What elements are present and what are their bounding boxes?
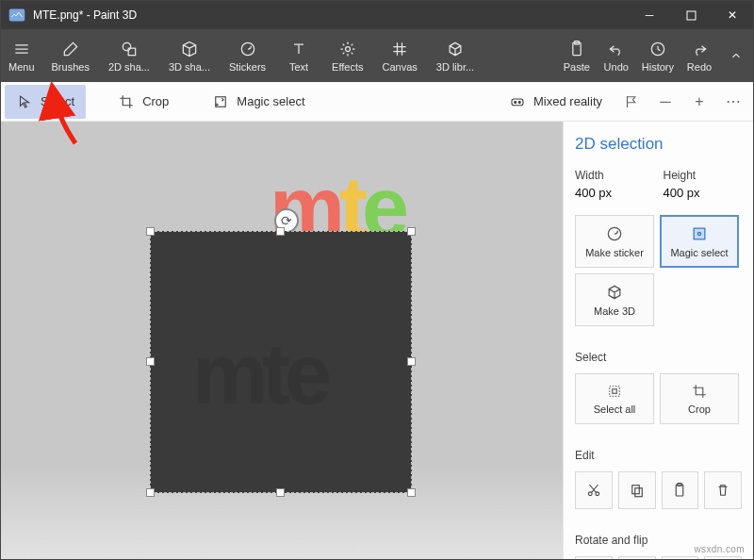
- resize-handle-se[interactable]: [407, 488, 416, 497]
- rotate-right-button[interactable]: [618, 556, 656, 559]
- svg-point-5: [345, 46, 350, 51]
- select-all-button[interactable]: Select all: [575, 373, 654, 424]
- trash-icon: [714, 482, 731, 499]
- crop-icon: [118, 93, 135, 110]
- select-section-label: Select: [575, 351, 742, 364]
- chevron-up-icon: [729, 49, 743, 62]
- cut-button[interactable]: [575, 471, 613, 509]
- more-options-button[interactable]: ⋯: [717, 85, 749, 119]
- undo-button[interactable]: Undo: [597, 29, 636, 82]
- svg-rect-20: [631, 486, 639, 494]
- history-label: History: [642, 61, 674, 73]
- undo-label: Undo: [604, 61, 629, 73]
- sticker-icon: [605, 224, 624, 243]
- collapse-ribbon-button[interactable]: [719, 29, 753, 82]
- mixed-reality-label: Mixed reality: [533, 94, 602, 108]
- magic-select-tool-button[interactable]: Magic select: [201, 85, 316, 119]
- svg-rect-10: [512, 99, 523, 106]
- make-3d-button[interactable]: Make 3D: [575, 273, 654, 326]
- 3d-library-button[interactable]: 3D libr...: [427, 29, 484, 82]
- paint3d-window: MTE.png* - Paint 3D ─ ✕ Menu Brushes 2D …: [0, 0, 754, 560]
- selection-box[interactable]: mte: [150, 231, 412, 493]
- resize-handle-n[interactable]: [276, 227, 285, 236]
- cube-icon: [180, 40, 199, 58]
- paste-panel-button[interactable]: [662, 471, 699, 509]
- 2d-shapes-button[interactable]: 2D sha...: [99, 29, 159, 82]
- edit-section-label: Edit: [575, 449, 742, 462]
- redo-icon: [690, 40, 709, 58]
- make-sticker-label: Make sticker: [585, 247, 644, 258]
- brush-icon: [61, 40, 80, 58]
- delete-button[interactable]: [704, 471, 742, 509]
- watermark: wsxdn.com: [694, 544, 745, 554]
- magic-select-icon: [212, 93, 229, 110]
- 2d-shapes-label: 2D sha...: [108, 61, 150, 73]
- 3d-library-icon: [446, 40, 465, 58]
- svg-rect-21: [634, 488, 642, 497]
- canvas-label: Canvas: [383, 61, 418, 73]
- sticker-icon: [238, 40, 257, 58]
- resize-handle-ne[interactable]: [407, 227, 416, 236]
- undo-icon: [607, 40, 626, 58]
- resize-handle-w[interactable]: [146, 357, 155, 366]
- svg-rect-16: [610, 387, 620, 397]
- crop-tool-button[interactable]: Crop: [107, 85, 180, 119]
- svg-point-2: [123, 42, 130, 50]
- 3d-shapes-button[interactable]: 3D sha...: [159, 29, 220, 82]
- paste-icon: [671, 482, 688, 499]
- history-button[interactable]: History: [636, 29, 680, 82]
- resize-handle-sw[interactable]: [146, 488, 155, 497]
- make-sticker-button[interactable]: Make sticker: [575, 215, 654, 268]
- magic-select-label: Magic select: [237, 94, 304, 108]
- history-icon: [648, 40, 667, 58]
- effects-label: Effects: [332, 61, 363, 73]
- svg-rect-1: [687, 11, 696, 20]
- panel-magic-select-label: Magic select: [670, 247, 728, 258]
- resize-handle-s[interactable]: [276, 488, 285, 497]
- ribbon-toolbar: Menu Brushes 2D sha... 3D sha... Sticker…: [1, 29, 753, 82]
- canvas-button[interactable]: Canvas: [373, 29, 427, 82]
- cursor-icon: [16, 93, 33, 110]
- canvas-viewport[interactable]: mte ⟳ mte: [1, 122, 563, 559]
- flip-vertical-button[interactable]: [704, 556, 742, 559]
- height-value[interactable]: 400 px: [664, 186, 743, 211]
- width-label: Width: [575, 169, 654, 182]
- mixed-reality-icon: [509, 93, 526, 110]
- resize-handle-nw[interactable]: [146, 227, 155, 236]
- redo-button[interactable]: Redo: [680, 29, 719, 82]
- window-minimize-button[interactable]: ─: [629, 1, 670, 29]
- main-area: mte ⟳ mte 2D selection Width 400 px: [1, 122, 753, 559]
- brushes-button[interactable]: Brushes: [42, 29, 99, 82]
- zoom-in-button[interactable]: +: [683, 85, 715, 119]
- window-maximize-button[interactable]: [670, 1, 712, 29]
- crop-icon: [691, 383, 708, 400]
- panel-crop-button[interactable]: Crop: [660, 373, 739, 424]
- mixed-reality-button[interactable]: Mixed reality: [498, 85, 614, 119]
- paste-icon: [567, 40, 586, 58]
- rotate-left-button[interactable]: [575, 556, 613, 559]
- crop-label: Crop: [142, 94, 169, 108]
- secondary-toolbar: Select Crop Magic select Mixed reality ─…: [1, 82, 753, 122]
- zoom-out-button[interactable]: ─: [649, 85, 681, 119]
- copy-button[interactable]: [618, 471, 656, 509]
- effects-button[interactable]: Effects: [322, 29, 372, 82]
- canvas-icon: [390, 40, 409, 58]
- 2d-shapes-icon: [120, 40, 139, 58]
- paste-label: Paste: [564, 61, 590, 73]
- text-button[interactable]: Text: [275, 29, 322, 82]
- select-tool-button[interactable]: Select: [5, 85, 86, 119]
- height-label: Height: [664, 169, 743, 182]
- window-close-button[interactable]: ✕: [712, 1, 753, 29]
- resize-handle-e[interactable]: [407, 357, 416, 366]
- paste-button[interactable]: Paste: [557, 29, 597, 82]
- stickers-button[interactable]: Stickers: [220, 29, 275, 82]
- menu-button[interactable]: Menu: [1, 29, 42, 82]
- text-label: Text: [289, 61, 308, 73]
- svg-point-15: [697, 232, 700, 235]
- view-3d-button[interactable]: [615, 85, 647, 119]
- magic-select-icon: [690, 224, 709, 243]
- width-value[interactable]: 400 px: [575, 186, 654, 211]
- copy-icon: [629, 482, 646, 499]
- panel-magic-select-button[interactable]: Magic select: [660, 215, 739, 268]
- flip-horizontal-button[interactable]: [662, 556, 699, 559]
